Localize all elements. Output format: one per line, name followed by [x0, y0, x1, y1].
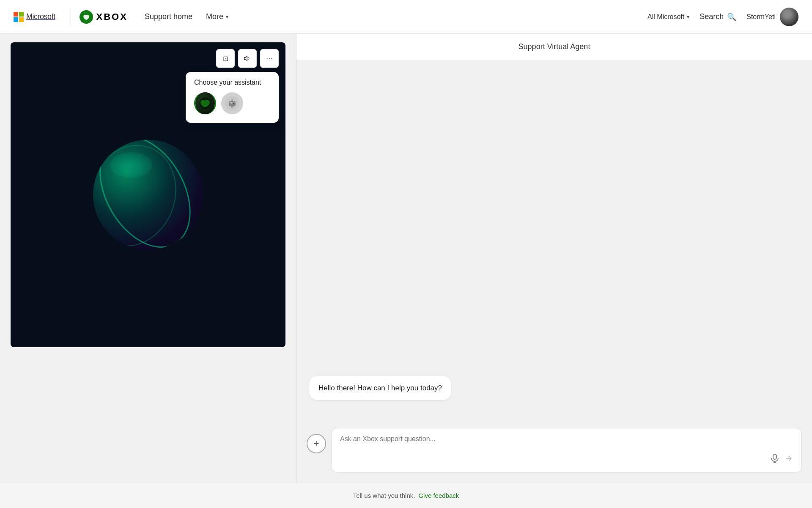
chat-messages: Hello there! How can I help you today? — [296, 60, 812, 421]
main-nav: Support home More ▾ — [145, 12, 228, 21]
left-panel: ⊡ ⋯ Choose your assistant — [0, 34, 296, 483]
more-nav-link[interactable]: More ▾ — [206, 12, 228, 21]
support-home-link[interactable]: Support home — [145, 12, 192, 21]
xbox-assistant-avatar — [195, 92, 215, 114]
svg-rect-12 — [773, 454, 776, 459]
video-container: ⊡ ⋯ Choose your assistant — [11, 42, 285, 347]
give-feedback-link[interactable]: Give feedback — [418, 492, 459, 499]
feedback-text: Tell us what you think. — [353, 492, 415, 499]
xbox-circle-icon — [80, 10, 93, 24]
xbox-wordmark: XBOX — [96, 11, 128, 22]
robot-assistant-option[interactable] — [221, 92, 243, 114]
orb-shine — [110, 152, 152, 178]
microsoft-grid-icon — [14, 12, 24, 22]
add-attachment-button[interactable]: + — [307, 434, 326, 453]
xbox-logo-svg — [82, 13, 91, 21]
assistant-popup: Choose your assistant — [186, 72, 279, 123]
footer: Tell us what you think. Give feedback — [0, 483, 812, 508]
user-section[interactable]: StormYeti — [746, 8, 798, 26]
chat-panel-title: Support Virtual Agent — [518, 42, 590, 51]
user-name: StormYeti — [746, 13, 776, 21]
robot-assistant-avatar — [221, 92, 243, 114]
more-options-button[interactable]: ⋯ — [260, 49, 279, 68]
chat-input-area: + — [296, 421, 812, 483]
input-actions — [340, 454, 793, 465]
sound-button[interactable] — [238, 49, 257, 68]
svg-rect-4 — [229, 101, 236, 106]
pip-button[interactable]: ⊡ — [216, 49, 235, 68]
microsoft-wordmark: Microsoft — [26, 12, 55, 21]
search-icon: 🔍 — [727, 12, 736, 22]
all-ms-chevron-icon: ▾ — [687, 14, 689, 20]
svg-point-11 — [231, 99, 233, 101]
avatar[interactable] — [780, 8, 798, 26]
microphone-button[interactable] — [771, 454, 779, 465]
main-content: ⊡ ⋯ Choose your assistant — [0, 34, 812, 483]
avatar-image — [780, 8, 798, 26]
xbox-assistant-option[interactable] — [194, 92, 216, 114]
chat-input-box — [331, 428, 802, 472]
svg-marker-1 — [244, 56, 247, 61]
site-header: Microsoft XBOX Support home More ▾ All M… — [0, 0, 812, 34]
all-microsoft-button[interactable]: All Microsoft ▾ — [647, 13, 689, 21]
plus-icon: + — [314, 438, 319, 449]
orb-inner — [93, 140, 203, 250]
chat-input[interactable] — [340, 435, 793, 450]
search-button[interactable]: Search 🔍 — [700, 12, 736, 22]
svg-point-8 — [233, 103, 234, 104]
chat-header: Support Virtual Agent — [296, 34, 812, 60]
svg-rect-9 — [231, 106, 233, 108]
xbox-brand[interactable]: XBOX — [80, 10, 128, 24]
video-controls: ⊡ ⋯ — [216, 49, 279, 68]
microsoft-logo[interactable]: Microsoft — [14, 12, 55, 22]
right-panel: Support Virtual Agent Hello there! How c… — [296, 34, 812, 483]
header-right: All Microsoft ▾ Search 🔍 StormYeti — [647, 8, 798, 26]
assistant-orb — [93, 140, 203, 250]
svg-point-7 — [230, 103, 232, 104]
header-left: Microsoft XBOX Support home More ▾ — [14, 9, 228, 25]
send-button[interactable] — [785, 454, 793, 465]
more-chevron-icon: ▾ — [226, 14, 228, 20]
assistant-options — [194, 92, 270, 114]
header-divider — [71, 9, 71, 25]
choose-assistant-title: Choose your assistant — [194, 79, 270, 86]
greeting-message: Hello there! How can I help you today? — [309, 376, 451, 400]
